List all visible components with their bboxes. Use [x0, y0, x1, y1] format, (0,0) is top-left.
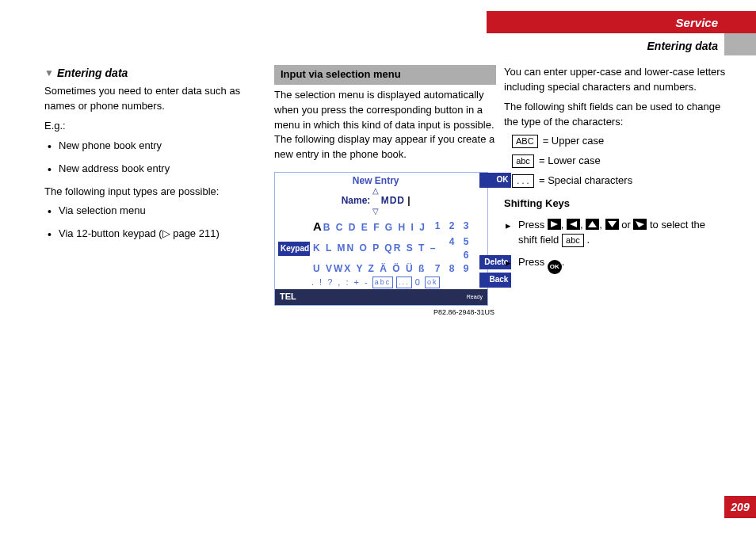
thumb-tab	[724, 33, 756, 55]
shift-field-key: abc	[562, 234, 584, 247]
types-intro: The following input types are possible:	[44, 185, 266, 200]
fig-name-label: Name:	[342, 195, 371, 206]
fig-footer: TEL Ready	[275, 289, 487, 305]
triangle-down-icon: ▼	[44, 67, 54, 80]
shift-abc-box: abc	[372, 277, 394, 288]
col3-intro2: The following shift fields can be used t…	[504, 100, 726, 130]
service-label: Service	[676, 16, 718, 29]
ok-round-icon: OK	[548, 260, 562, 274]
step-list: Press , , , or to select the shift field…	[504, 218, 726, 274]
figure-id: P82.86-2948-31US	[274, 307, 496, 318]
comand-screenshot: New Entry △ Name: MDD | ▽ AB C D E F G H…	[274, 172, 488, 306]
fig-letter-grid: AB C D E F G H I J 1 2 3 Keypad K L MN O…	[278, 218, 473, 289]
svg-marker-2	[588, 221, 597, 227]
list-item: Via 12-button keypad (▷ page 211)	[44, 227, 266, 242]
arrow-up-icon	[586, 219, 599, 230]
selected-letter: A	[313, 219, 323, 233]
fig-tel: TEL	[280, 291, 296, 303]
shifting-keys-heading: Shifting Keys	[504, 196, 726, 212]
page-subhead: Entering data	[647, 40, 718, 52]
arrow-right-icon	[548, 219, 561, 230]
step-1: Press , , , or to select the shift field…	[504, 218, 726, 248]
subsection-panel: Input via selection menu	[274, 65, 496, 85]
svg-marker-4	[636, 221, 644, 227]
column-2: Input via selection menu The selection m…	[274, 65, 496, 318]
eg-label: E.g.:	[44, 119, 266, 134]
types-list: Via selection menu Via 12-button keypad …	[44, 204, 266, 242]
upper-case-key: ABC	[512, 135, 538, 148]
list-item: Via selection menu	[44, 204, 266, 219]
arrow-diag-icon	[633, 219, 647, 230]
special-key: . . .	[512, 174, 534, 188]
down-triangle-icon: ▽	[275, 208, 476, 215]
intro-text: Sometimes you need to enter data such as…	[44, 84, 266, 114]
shift-dots-box: ...	[396, 277, 412, 288]
lower-case-key: abc	[512, 154, 534, 168]
page-number: 209	[724, 496, 756, 518]
step-2: Press OK.	[504, 255, 726, 274]
up-triangle-icon: △	[275, 188, 476, 194]
svg-marker-0	[551, 221, 558, 227]
arrow-down-icon	[605, 219, 619, 230]
shift-upper-row: ABC = Upper case	[512, 134, 726, 149]
keypad-button: Keypad	[278, 242, 310, 257]
col3-intro1: You can enter upper-case and lower-case …	[504, 65, 726, 95]
list-item: New address book entry	[44, 162, 266, 177]
lower-case-desc: = Lower case	[539, 154, 601, 169]
section-heading: ▼Entering data	[44, 65, 266, 81]
svg-marker-3	[608, 221, 617, 227]
arrow-left-icon	[567, 219, 580, 230]
list-item: New phone book entry	[44, 139, 266, 154]
example-list: New phone book entry New address book en…	[44, 139, 266, 177]
section-heading-text: Entering data	[57, 67, 128, 79]
ok-box: ok	[425, 277, 441, 288]
shift-special-row: . . . = Special characters	[512, 174, 726, 189]
special-desc: = Special characters	[539, 174, 632, 189]
column-3: You can enter upper-case and lower-case …	[504, 65, 726, 282]
subsection-para: The selection menu is displayed automati…	[274, 88, 496, 162]
cursor-icon: |	[407, 195, 410, 206]
fig-ready: Ready	[467, 293, 483, 301]
fig-name-value: MDD	[381, 195, 405, 206]
shift-lower-row: abc = Lower case	[512, 154, 726, 169]
svg-marker-1	[570, 221, 577, 227]
column-1: ▼Entering data Sometimes you need to ent…	[44, 65, 266, 250]
upper-case-desc: = Upper case	[543, 134, 605, 149]
